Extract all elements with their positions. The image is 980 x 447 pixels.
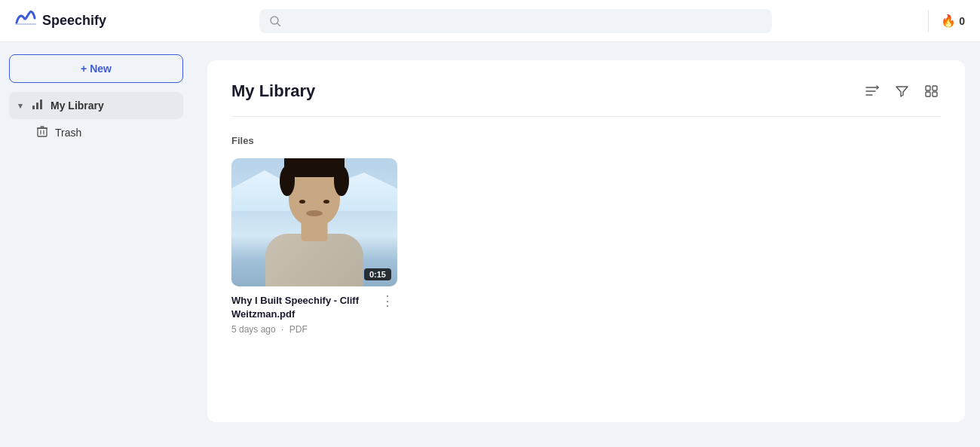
file-more-button[interactable]: ⋮ xyxy=(378,294,397,308)
streak-badge: 🔥 0 xyxy=(941,14,965,28)
svg-rect-4 xyxy=(40,100,42,109)
logo-icon xyxy=(15,11,36,32)
search-icon xyxy=(270,16,280,26)
duration-badge: 0:15 xyxy=(364,268,391,280)
sidebar: + New ▾ My Library xyxy=(0,42,192,447)
svg-rect-14 xyxy=(933,86,937,90)
main-content: My Library xyxy=(192,42,980,447)
svg-rect-5 xyxy=(38,128,47,136)
file-type: PDF xyxy=(289,324,308,335)
header-divider xyxy=(928,10,929,32)
sidebar-item-my-library[interactable]: ▾ My Library xyxy=(9,92,183,119)
file-card[interactable]: 0:15 Why I Built Speechify - Cliff Weitz… xyxy=(231,158,397,335)
library-actions xyxy=(862,82,941,100)
chevron-down-icon: ▾ xyxy=(18,101,23,111)
logo-text: Speechify xyxy=(42,13,106,29)
library-panel: My Library xyxy=(207,60,965,422)
svg-rect-3 xyxy=(36,103,38,109)
meta-dot: · xyxy=(281,324,283,335)
grid-view-button[interactable] xyxy=(922,82,941,100)
file-meta: 5 days ago · PDF xyxy=(231,324,378,335)
sidebar-item-trash[interactable]: Trash xyxy=(9,119,183,146)
filter-button[interactable] xyxy=(893,82,911,100)
file-info: Why I Built Speechify - Cliff Weitzman.p… xyxy=(231,294,397,335)
app-header: Speechify 🔥 0 xyxy=(0,0,980,42)
streak-count: 0 xyxy=(959,15,965,27)
header-right: 🔥 0 xyxy=(928,10,965,32)
sidebar-item-label: Trash xyxy=(55,127,81,139)
svg-line-1 xyxy=(277,23,280,26)
file-details: Why I Built Speechify - Cliff Weitzman.p… xyxy=(231,294,378,335)
new-button[interactable]: + New xyxy=(9,54,183,83)
file-name: Why I Built Speechify - Cliff Weitzman.p… xyxy=(231,294,378,321)
search-bar xyxy=(259,9,772,33)
svg-rect-15 xyxy=(926,92,930,96)
svg-rect-2 xyxy=(32,106,35,109)
files-grid: 0:15 Why I Built Speechify - Cliff Weitz… xyxy=(231,158,941,335)
main-layout: + New ▾ My Library xyxy=(0,42,980,447)
search-input[interactable] xyxy=(286,15,761,27)
files-section-label: Files xyxy=(231,135,941,146)
trash-icon xyxy=(37,126,47,139)
library-icon xyxy=(32,99,43,112)
svg-rect-16 xyxy=(933,92,937,96)
file-date: 5 days ago xyxy=(231,324,276,335)
sort-button[interactable] xyxy=(862,82,882,100)
sidebar-item-label: My Library xyxy=(51,100,104,112)
svg-rect-13 xyxy=(926,86,930,90)
page-title: My Library xyxy=(231,81,315,101)
fire-icon: 🔥 xyxy=(941,14,956,28)
section-divider xyxy=(231,116,941,117)
file-thumbnail: 0:15 xyxy=(231,158,397,286)
library-header: My Library xyxy=(231,81,941,101)
logo-area: Speechify xyxy=(15,11,181,32)
